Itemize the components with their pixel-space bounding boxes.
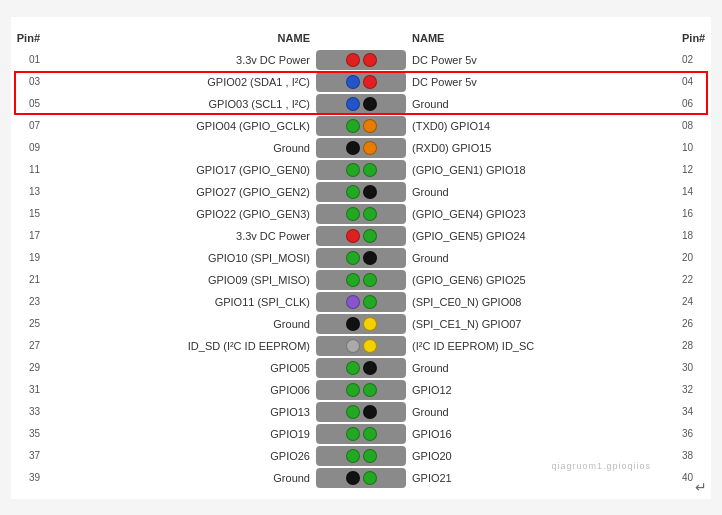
pin-dots-center: [316, 380, 406, 400]
pin-num-right: 04: [678, 76, 706, 87]
arrow-icon: ↵: [695, 479, 707, 495]
pin-num-left: 39: [16, 472, 44, 483]
dot-orange: [363, 141, 377, 155]
pin-name-right: DC Power 5v: [406, 54, 678, 66]
pin-name-left: GPIO04 (GPIO_GCLK): [44, 120, 316, 132]
pin-num-right: 28: [678, 340, 706, 351]
dot-red: [346, 229, 360, 243]
pin-num-right: 02: [678, 54, 706, 65]
pin-name-right: GPIO16: [406, 428, 678, 440]
pin-dots-center: [316, 182, 406, 202]
pin-name-right: GPIO21: [406, 472, 678, 484]
pin-row: 29GPIO05Ground30: [16, 357, 706, 379]
pin-dots: [346, 140, 377, 156]
pin-dots: [346, 448, 377, 464]
pin-name-right: Ground: [406, 252, 678, 264]
dot-blue: [346, 75, 360, 89]
dot-black: [363, 185, 377, 199]
pin-dots: [346, 316, 377, 332]
pin-dots-center: [316, 358, 406, 378]
dot-blue: [346, 97, 360, 111]
pin-dots: [346, 426, 377, 442]
pin-num-left: 17: [16, 230, 44, 241]
pin-num-right: 24: [678, 296, 706, 307]
pin-row: 27ID_SD (I²C ID EEPROM)(I²C ID EEPROM) I…: [16, 335, 706, 357]
dot-yellow: [363, 317, 377, 331]
pin-row: 35GPIO19GPIO1636: [16, 423, 706, 445]
header-name-left: NAME: [44, 32, 316, 44]
pin-num-right: 12: [678, 164, 706, 175]
dot-green: [346, 427, 360, 441]
pin-dots: [346, 294, 377, 310]
dot-green: [363, 383, 377, 397]
pin-dots: [346, 470, 377, 486]
dot-red: [363, 53, 377, 67]
pin-num-left: 31: [16, 384, 44, 395]
pin-name-right: (SPI_CE0_N) GPIO08: [406, 296, 678, 308]
pin-num-right: 06: [678, 98, 706, 109]
pin-name-right: (SPI_CE1_N) GPIO07: [406, 318, 678, 330]
pin-name-right: (TXD0) GPIO14: [406, 120, 678, 132]
pin-num-left: 09: [16, 142, 44, 153]
pin-num-left: 25: [16, 318, 44, 329]
pin-name-right: (GPIO_GEN1) GPIO18: [406, 164, 678, 176]
pin-name-left: GPIO13: [44, 406, 316, 418]
pin-dots-center: [316, 446, 406, 466]
pin-num-right: 16: [678, 208, 706, 219]
pin-dots-center: [316, 468, 406, 488]
pin-num-right: 32: [678, 384, 706, 395]
pin-row: 013.3v DC PowerDC Power 5v02: [16, 49, 706, 71]
pin-name-right: (GPIO_GEN6) GPIO25: [406, 274, 678, 286]
pin-num-right: 18: [678, 230, 706, 241]
dot-green: [346, 207, 360, 221]
pin-dots: [346, 404, 377, 420]
dot-red: [346, 53, 360, 67]
pin-dots-center: [316, 94, 406, 114]
pin-num-right: 20: [678, 252, 706, 263]
pin-num-left: 29: [16, 362, 44, 373]
dot-green: [346, 405, 360, 419]
pin-name-right: Ground: [406, 406, 678, 418]
pin-row: 15GPIO22 (GPIO_GEN3)(GPIO_GEN4) GPIO2316: [16, 203, 706, 225]
pin-row: 11GPIO17 (GPIO_GEN0)(GPIO_GEN1) GPIO1812: [16, 159, 706, 181]
pin-num-left: 21: [16, 274, 44, 285]
pin-name-left: GPIO11 (SPI_CLK): [44, 296, 316, 308]
dot-black: [363, 361, 377, 375]
dot-red: [363, 75, 377, 89]
pin-name-right: (I²C ID EEPROM) ID_SC: [406, 340, 678, 352]
pin-num-right: 34: [678, 406, 706, 417]
pin-row: 03GPIO02 (SDA1 , I²C)DC Power 5v04: [16, 71, 706, 93]
pin-name-left: GPIO27 (GPIO_GEN2): [44, 186, 316, 198]
pin-dots: [346, 206, 377, 222]
pin-row: 31GPIO06GPIO1232: [16, 379, 706, 401]
pin-dots-center: [316, 116, 406, 136]
pin-num-right: 38: [678, 450, 706, 461]
dot-green: [363, 229, 377, 243]
pin-dots-center: [316, 336, 406, 356]
pin-dots-center: [316, 314, 406, 334]
pin-num-left: 33: [16, 406, 44, 417]
pin-row: 25Ground(SPI_CE1_N) GPIO0726: [16, 313, 706, 335]
pin-dots-center: [316, 204, 406, 224]
pin-dots-center: [316, 292, 406, 312]
dot-green: [363, 295, 377, 309]
pin-num-left: 11: [16, 164, 44, 175]
pin-dots: [346, 96, 377, 112]
pin-dots: [346, 162, 377, 178]
pin-dots: [346, 74, 377, 90]
dot-green: [346, 251, 360, 265]
pin-num-right: 30: [678, 362, 706, 373]
pin-num-right: 14: [678, 186, 706, 197]
pin-num-right: 36: [678, 428, 706, 439]
pin-num-right: 10: [678, 142, 706, 153]
dot-green: [363, 449, 377, 463]
pin-dots-center: [316, 226, 406, 246]
dot-green: [346, 383, 360, 397]
pin-num-left: 15: [16, 208, 44, 219]
pin-name-left: Ground: [44, 472, 316, 484]
dot-yellow: [363, 339, 377, 353]
dot-green: [363, 207, 377, 221]
watermark: qiagruom1.gpioqiios: [551, 461, 651, 471]
pin-name-left: GPIO02 (SDA1 , I²C): [44, 76, 316, 88]
pin-name-left: GPIO09 (SPI_MISO): [44, 274, 316, 286]
